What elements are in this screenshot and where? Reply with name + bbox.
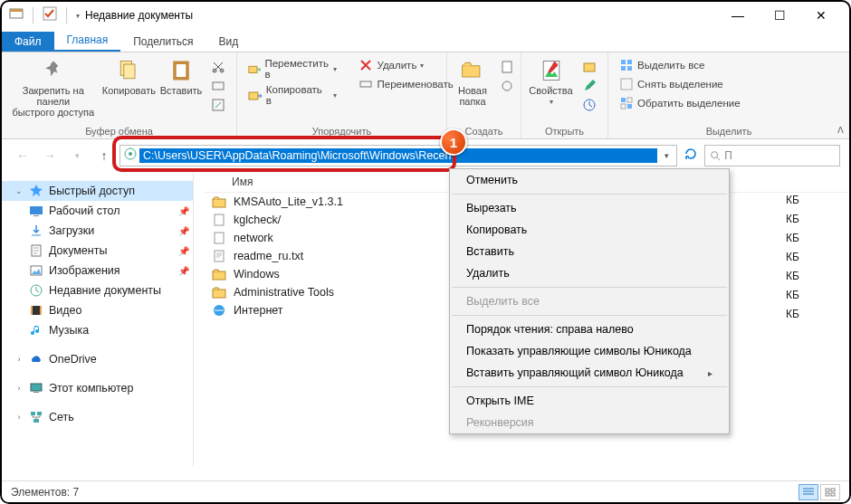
cm-copy[interactable]: Копировать [450,219,729,241]
collapse-ribbon-button[interactable]: ᐱ [837,125,844,135]
moveto-button[interactable]: Переместить в▾ [244,56,340,81]
cm-insertuni[interactable]: Вставить управляющий символ Юникода▸ [450,362,729,384]
svg-rect-28 [621,104,626,109]
delete-icon [359,58,373,72]
qat-dropdown[interactable]: ▾ [76,12,80,20]
downloads-icon [29,223,43,238]
easyaccess-button[interactable] [496,77,518,95]
history-button[interactable] [578,96,600,114]
file-icon [212,213,226,227]
cm-paste[interactable]: Вставить [450,241,729,262]
svg-rect-39 [40,306,42,315]
selectall-button[interactable]: Выделить все [616,56,744,74]
statusbar: Элементов: 7 [2,480,849,502]
ribbon-tabs: Файл Главная Поделиться Вид [2,29,849,52]
documents-icon [29,243,43,258]
sidebar-thispc[interactable]: ›Этот компьютер [2,378,193,398]
onedrive-icon [29,352,43,366]
svg-rect-55 [831,493,835,496]
size-cell: КБ [786,289,822,301]
sidebar-item-videos[interactable]: Видео [2,300,193,320]
moveto-icon [248,62,261,76]
invertselect-button[interactable]: Обратить выделение [616,94,744,112]
svg-rect-15 [502,62,512,72]
folder-icon [212,285,226,300]
close-button[interactable]: ✕ [800,2,842,29]
copyto-icon [248,88,263,102]
svg-rect-20 [621,60,626,64]
sidebar-item-music[interactable]: Музыка [2,320,193,340]
size-cell: КБ [786,308,822,320]
maximize-button[interactable]: ☐ [759,2,800,29]
cm-ime[interactable]: Открыть IME [450,390,729,412]
newfolder-button[interactable]: Новая папка [454,56,491,109]
recent-dropdown[interactable]: ▾ [65,144,89,167]
copypath-small-button[interactable] [207,77,229,95]
address-dropdown[interactable]: ▾ [659,151,674,160]
cm-undo[interactable]: Отменить [450,169,729,191]
icons-view-button[interactable] [820,484,840,500]
sidebar-item-documents[interactable]: Документы📌 [2,241,193,261]
properties-icon [539,58,564,83]
pasteshortcut-small-button[interactable] [207,96,229,114]
svg-point-16 [502,81,512,90]
sidebar-item-desktop[interactable]: Рабочий стол📌 [2,201,193,221]
svg-rect-13 [360,81,371,87]
rename-button[interactable]: Переименовать [355,75,456,93]
svg-rect-23 [627,66,632,71]
group-select-label: Выделить [616,126,842,138]
shortcut-icon [211,98,225,112]
videos-icon [29,303,43,318]
tab-home[interactable]: Главная [54,30,121,52]
search-box[interactable]: П [704,145,840,166]
refresh-button[interactable] [681,147,701,165]
selectnone-icon [619,77,634,91]
forward-button[interactable]: → [38,144,62,167]
svg-rect-1 [10,9,23,12]
ie-icon [212,303,226,318]
search-icon [709,149,722,162]
size-cell: КБ [786,251,822,263]
tab-file[interactable]: Файл [2,32,54,52]
status-text: Элементов: 7 [11,486,79,499]
explorer-icon [9,6,24,24]
svg-rect-41 [33,392,39,393]
qat-checkbox-icon[interactable] [43,6,57,24]
properties-button[interactable]: Свойства▾ [529,56,573,108]
pin-quickaccess-button[interactable]: Закрепить на панели быстрого доступа [9,56,98,119]
svg-rect-22 [621,66,626,71]
sidebar-item-pictures[interactable]: Изображения📌 [2,261,193,281]
edit-button[interactable] [578,77,600,95]
minimize-button[interactable]: — [717,2,759,29]
copy-button[interactable]: Копировать [103,56,155,98]
cut-small-button[interactable] [207,58,229,76]
copyto-button[interactable]: Копировать в▾ [244,82,340,108]
sidebar-quickaccess[interactable]: ⌄Быстрый доступ [2,181,193,201]
newitem-button[interactable] [496,58,518,76]
tab-share[interactable]: Поделиться [120,32,206,52]
details-view-button[interactable] [798,484,818,500]
paste-button[interactable]: Вставить [160,56,202,98]
tab-view[interactable]: Вид [206,32,251,52]
svg-rect-26 [627,104,632,109]
sidebar-item-recent[interactable]: Недавние документы [2,281,193,300]
annotation-badge-1: 1 [440,128,467,156]
size-cell: КБ [786,213,822,225]
delete-button[interactable]: Удалить▾ [355,56,456,74]
ribbon: Закрепить на панели быстрого доступа Коп… [2,52,849,139]
cm-rtl[interactable]: Порядок чтения: справа налево [450,319,729,340]
cm-delete[interactable]: Удалить [450,262,729,284]
open-button[interactable] [578,58,600,76]
size-cell: КБ [786,270,822,282]
sidebar-network[interactable]: ›Сеть [2,407,193,427]
sidebar-onedrive[interactable]: ›OneDrive [2,349,193,369]
sidebar-item-downloads[interactable]: Загрузки📌 [2,221,193,241]
cm-showuni[interactable]: Показать управляющие символы Юникода [450,340,729,362]
back-button[interactable]: ← [11,144,34,167]
cm-cut[interactable]: Вырезать [450,197,729,219]
pc-icon [29,381,43,395]
svg-rect-49 [213,271,225,280]
desktop-icon [29,204,43,218]
selectnone-button[interactable]: Снять выделение [616,75,744,93]
paste-icon [168,58,194,83]
